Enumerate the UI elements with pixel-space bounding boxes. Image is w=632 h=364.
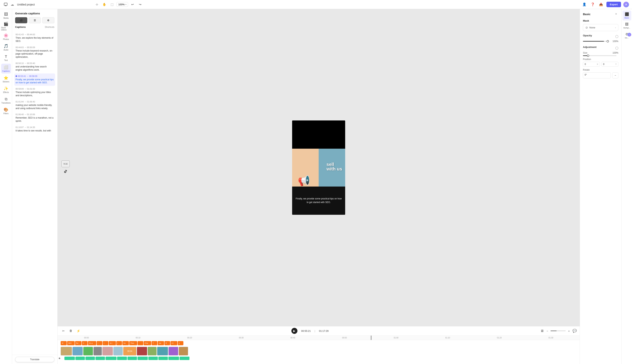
save-cloud-icon[interactable]: ☁: [10, 2, 14, 7]
undo-btn[interactable]: ↩: [130, 2, 136, 8]
audio-clip-5[interactable]: [106, 356, 116, 360]
media-clip-2[interactable]: [72, 347, 83, 356]
export-button[interactable]: Export: [606, 2, 621, 7]
audio-clip-7[interactable]: [128, 356, 137, 360]
adjustment-radio[interactable]: [615, 46, 618, 50]
chat-icon[interactable]: 💬: [572, 329, 577, 333]
media-clip-1[interactable]: [60, 347, 72, 356]
split-btn[interactable]: ⚡: [76, 328, 81, 334]
media-clip-4[interactable]: [94, 347, 102, 356]
audio-clip-9[interactable]: [148, 356, 158, 360]
tab-more[interactable]: ⚙ Mo... !: [622, 31, 631, 40]
zoom-out-btn[interactable]: −: [545, 329, 550, 333]
audio-clip-1[interactable]: [64, 356, 75, 360]
media-clip-5[interactable]: [102, 347, 113, 356]
clip-loc[interactable]: loc: [122, 341, 129, 345]
opacity-track[interactable]: [583, 41, 608, 42]
clip-c[interactable]: C: [82, 341, 88, 345]
sidebar-item-effects[interactable]: ✨ Effects: [1, 85, 11, 95]
caption-item-8[interactable]: 01:10:07 → 01:14:35 It takes time to see…: [14, 124, 55, 134]
play-button[interactable]: ▶: [291, 328, 298, 334]
caption-item-3[interactable]: 00:50:10 → 00:53:40 and understanding ho…: [14, 60, 55, 73]
audio-clip-2[interactable]: [76, 356, 85, 360]
format-9-16[interactable]: 9:16: [62, 160, 70, 167]
pointer-tool[interactable]: ⊹: [94, 2, 100, 8]
clip-I[interactable]: I: [103, 341, 108, 345]
users-icon[interactable]: 👤: [582, 2, 588, 8]
media-clip-6[interactable]: [113, 347, 123, 356]
redo-btn[interactable]: ↪: [137, 2, 143, 8]
close-panel-btn[interactable]: ×: [614, 12, 618, 16]
media-clip-3[interactable]: [83, 347, 93, 356]
caption-item-4[interactable]: 00:53:41 → 00:58:09 Finally, we provide …: [14, 74, 55, 86]
audio-clip-3[interactable]: [86, 356, 95, 360]
caption-item-7[interactable]: 01:06:40 → 01:10:06 Remember, SEO is a m…: [14, 112, 55, 124]
audio-clip-6[interactable]: [117, 356, 127, 360]
clip-y[interactable]: y: [178, 341, 184, 345]
media-clip-10[interactable]: [157, 347, 168, 356]
clip-sec[interactable]: SEC: [67, 341, 75, 345]
clip-T[interactable]: T: [152, 341, 157, 345]
avatar[interactable]: A: [623, 2, 629, 8]
caption-item-2[interactable]: 00:44:63 → 00:50:09 These include keywor…: [14, 45, 55, 60]
media-clip-11[interactable]: [168, 347, 178, 356]
media-clip-8[interactable]: [137, 347, 147, 356]
sidebar-item-transitions[interactable]: ⧉ Transitions: [1, 96, 11, 105]
clip-itsa[interactable]: It's a: [88, 341, 96, 345]
media-clip-9[interactable]: [148, 347, 157, 356]
audio-clip-12[interactable]: [180, 356, 190, 360]
clip-itt[interactable]: It t: [170, 341, 177, 345]
clip-i[interactable]: i: [96, 341, 102, 345]
sidebar-item-stickers[interactable]: ⭐ Stickers: [1, 74, 11, 84]
clip-ma[interactable]: ma: [158, 341, 164, 345]
sidebar-item-audio[interactable]: 🎵 Audio: [1, 42, 11, 52]
sidebar-item-captions[interactable]: ⬜ Captions: [1, 64, 11, 74]
sidebar-item-stock-videos[interactable]: 🎬 Stock videos: [1, 21, 11, 31]
sidebar-item-photos[interactable]: 🌸 Photos: [1, 32, 11, 42]
clip-t[interactable]: t: [116, 341, 122, 345]
tab-captions-mode2[interactable]: ☰: [29, 17, 41, 23]
opacity-radio[interactable]: [615, 35, 618, 38]
tab-captions-mode3[interactable]: ⚙: [42, 17, 54, 23]
caption-item-5[interactable]: 00:58:09 → 01:01:93 These include optimi…: [14, 86, 55, 99]
media-clip-12[interactable]: [179, 347, 188, 356]
audio-clip-4[interactable]: [96, 356, 105, 360]
pos-x-field[interactable]: 0 X: [583, 62, 600, 67]
caption-item-1[interactable]: 00:41:43 → 00:44:63 Then, we explore the…: [14, 32, 55, 44]
caption-item-6[interactable]: 01:01:94 → 01:06:40 making your website …: [14, 99, 55, 112]
sidebar-item-filters[interactable]: 🎨 Filters: [1, 106, 11, 116]
rotate-value-field[interactable]: 0°: [583, 72, 611, 78]
zoom-selector[interactable]: 100% ▾: [116, 2, 128, 7]
media-clip-7[interactable]: 00:04: [123, 347, 136, 356]
sidebar-item-media[interactable]: 🖼 Media: [1, 10, 11, 20]
audio-clip-8[interactable]: [138, 356, 148, 360]
hand-tool[interactable]: ✋: [101, 2, 108, 8]
audio-clip-10[interactable]: [158, 356, 168, 360]
audio-clip-11[interactable]: [168, 356, 179, 360]
mask-selector[interactable]: ⊘ None ›: [583, 24, 618, 31]
tab-captions-mode1[interactable]: ⬛: [15, 17, 27, 23]
delete-btn[interactable]: 🗑: [68, 328, 74, 334]
rotate-reset-btn[interactable]: −: [612, 72, 618, 78]
crop-tool[interactable]: ⬚: [109, 2, 115, 8]
clip-foc[interactable]: foc: [75, 341, 82, 345]
clip-R[interactable]: R: [164, 341, 170, 345]
shortcuts-link[interactable]: Shortcuts: [45, 26, 54, 28]
pos-y-field[interactable]: 0 Y: [602, 62, 618, 67]
screen-icon[interactable]: 🖥: [540, 329, 544, 333]
clip-thes[interactable]: Thes: [129, 341, 137, 345]
sidebar-item-text[interactable]: T Text: [1, 53, 11, 63]
cut-tool-btn[interactable]: ✂: [60, 328, 66, 334]
size-track[interactable]: [583, 55, 616, 56]
help-icon[interactable]: ❓: [590, 2, 596, 8]
translate-button[interactable]: Translate: [15, 357, 54, 362]
share-icon[interactable]: 📤: [598, 2, 604, 8]
clip-fina[interactable]: Fina: [144, 341, 151, 345]
clip-int[interactable]: In t: [109, 341, 116, 345]
zoom-track[interactable]: [550, 330, 566, 331]
tab-background[interactable]: 🖼 Backgr...: [622, 21, 631, 30]
clip-w[interactable]: W: [60, 341, 67, 345]
clip-empty[interactable]: [138, 341, 143, 345]
zoom-in-btn[interactable]: +: [567, 329, 571, 333]
tab-basic[interactable]: ⬛ Basic: [622, 10, 631, 20]
